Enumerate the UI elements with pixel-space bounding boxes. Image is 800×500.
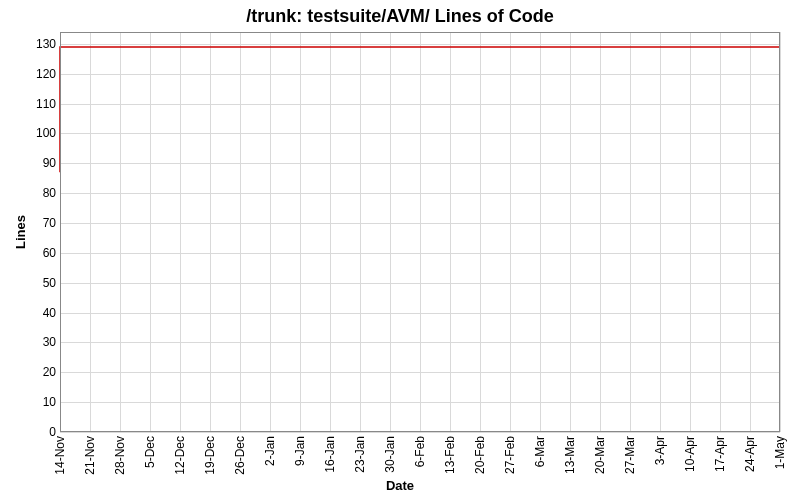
y-tick-label: 120 <box>16 67 56 81</box>
x-tick-label: 13-Feb <box>443 436 457 474</box>
y-tick-label: 10 <box>16 395 56 409</box>
y-tick-label: 0 <box>16 425 56 439</box>
loc-chart: /trunk: testsuite/AVM/ Lines of Code 010… <box>0 0 800 500</box>
x-tick-label: 28-Nov <box>113 436 127 475</box>
x-tick-label: 27-Mar <box>623 436 637 474</box>
x-tick-label: 13-Mar <box>563 436 577 474</box>
y-tick-label: 130 <box>16 37 56 51</box>
y-axis-label: Lines <box>13 215 28 249</box>
series-line <box>60 47 780 172</box>
x-tick-label: 6-Mar <box>533 436 547 467</box>
x-tick-label: 6-Feb <box>413 436 427 467</box>
y-tick-label: 100 <box>16 126 56 140</box>
x-tick-label: 16-Jan <box>323 436 337 473</box>
x-tick-label: 19-Dec <box>203 436 217 475</box>
x-tick-label: 27-Feb <box>503 436 517 474</box>
grid-h <box>60 432 780 433</box>
chart-title: /trunk: testsuite/AVM/ Lines of Code <box>0 6 800 27</box>
x-tick-label: 3-Apr <box>653 436 667 465</box>
x-tick-label: 10-Apr <box>683 436 697 472</box>
grid-v <box>780 32 781 432</box>
x-tick-label: 12-Dec <box>173 436 187 475</box>
data-series <box>60 32 780 432</box>
x-axis-label: Date <box>0 478 800 493</box>
y-tick-label: 80 <box>16 186 56 200</box>
plot-area <box>60 32 780 432</box>
x-tick-label: 30-Jan <box>383 436 397 473</box>
y-tick-label: 40 <box>16 306 56 320</box>
x-tick-label: 20-Mar <box>593 436 607 474</box>
y-tick-label: 90 <box>16 156 56 170</box>
y-tick-label: 20 <box>16 365 56 379</box>
y-tick-label: 30 <box>16 335 56 349</box>
x-tick-label: 14-Nov <box>53 436 67 475</box>
x-tick-label: 2-Jan <box>263 436 277 466</box>
x-tick-label: 1-May <box>773 436 787 469</box>
x-tick-label: 5-Dec <box>143 436 157 468</box>
x-tick-label: 9-Jan <box>293 436 307 466</box>
y-tick-label: 50 <box>16 276 56 290</box>
y-tick-label: 110 <box>16 97 56 111</box>
x-tick-label: 17-Apr <box>713 436 727 472</box>
x-tick-label: 26-Dec <box>233 436 247 475</box>
x-tick-label: 24-Apr <box>743 436 757 472</box>
x-tick-label: 23-Jan <box>353 436 367 473</box>
x-tick-label: 21-Nov <box>83 436 97 475</box>
x-tick-label: 20-Feb <box>473 436 487 474</box>
